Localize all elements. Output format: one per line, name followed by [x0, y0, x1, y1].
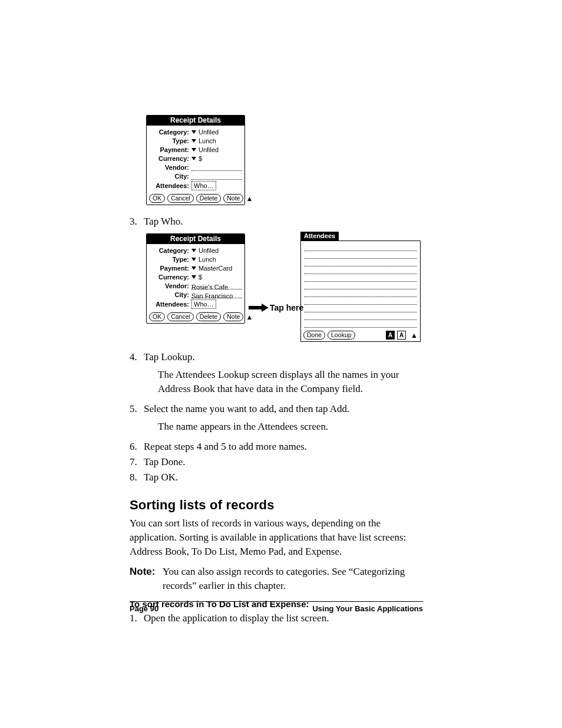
step-7: 7.Tap Done. — [130, 455, 423, 469]
category-value[interactable]: Unfiled — [199, 246, 219, 255]
delete-button[interactable]: Delete — [196, 194, 221, 203]
type-label: Type: — [149, 255, 190, 263]
step-5: 5.Select the name you want to add, and t… — [130, 402, 423, 416]
cancel-button[interactable]: Cancel — [167, 194, 194, 203]
dropdown-icon[interactable] — [191, 148, 196, 151]
category-label: Category: — [149, 246, 190, 255]
currency-label: Currency: — [149, 273, 190, 281]
scroll-up-icon[interactable]: ▲ — [246, 314, 253, 321]
city-label: City: — [149, 172, 190, 180]
category-label: Category: — [149, 128, 190, 136]
step-8: 8.Tap OK. — [130, 470, 423, 485]
ok-button[interactable]: OK — [149, 194, 165, 203]
keyboard-icon[interactable]: A — [386, 331, 395, 340]
receipt-details-dialog-2: Receipt Details Category: Unfiled Type: … — [146, 233, 245, 324]
step-3: 3. Tap Who. — [130, 215, 423, 229]
section-heading: Sorting lists of records — [130, 498, 423, 513]
city-input[interactable] — [191, 173, 242, 180]
vendor-input[interactable]: Rosie's Cafe — [191, 283, 242, 289]
who-button[interactable]: Who… — [191, 299, 216, 309]
delete-button[interactable]: Delete — [196, 312, 221, 321]
vendor-input[interactable] — [191, 164, 242, 171]
dropdown-icon[interactable] — [191, 258, 196, 261]
payment-value[interactable]: Unfiled — [199, 146, 219, 154]
ok-button[interactable]: OK — [149, 312, 165, 321]
dropdown-icon[interactable] — [191, 157, 196, 160]
section-note: Note: You can also assign records to cat… — [130, 565, 423, 593]
lookup-button[interactable]: Lookup — [328, 331, 355, 340]
dialog-title: Receipt Details — [147, 234, 244, 244]
who-button[interactable]: Who… — [191, 181, 216, 190]
cancel-button[interactable]: Cancel — [167, 312, 194, 321]
note-button[interactable]: Note — [223, 312, 243, 321]
attendees-list[interactable] — [301, 241, 420, 330]
currency-value[interactable]: $ — [199, 154, 202, 163]
dropdown-icon[interactable] — [191, 275, 196, 279]
payment-label: Payment: — [149, 146, 190, 154]
currency-label: Currency: — [149, 154, 190, 163]
step-4-sub: The Attendees Lookup screen displays all… — [158, 368, 423, 396]
type-value[interactable]: Lunch — [199, 255, 216, 263]
attendees-label: Attendees: — [149, 300, 190, 308]
section-para: You can sort lists of records in various… — [130, 516, 423, 559]
step-6: 6.Repeat steps 4 and 5 to add more names… — [130, 440, 423, 454]
attendees-label: Attendees: — [149, 182, 190, 190]
dropdown-icon[interactable] — [191, 139, 196, 143]
vendor-label: Vendor: — [149, 282, 190, 290]
done-button[interactable]: Done — [303, 331, 325, 340]
receipt-details-dialog-1: Receipt Details Category: Unfiled Type: … — [146, 115, 245, 205]
step-4: 4.Tap Lookup. — [130, 350, 423, 364]
scroll-up-icon[interactable]: ▲ — [246, 195, 253, 202]
payment-label: Payment: — [149, 264, 190, 272]
attendees-title: Attendees — [300, 232, 339, 241]
currency-value[interactable]: $ — [199, 273, 202, 281]
vendor-label: Vendor: — [149, 163, 190, 172]
arrow-right-icon — [247, 303, 269, 312]
type-value[interactable]: Lunch — [199, 137, 216, 145]
dropdown-icon[interactable] — [191, 130, 196, 134]
tap-here-callout: Tap here — [247, 303, 303, 312]
attendees-panel: Done Lookup A A ▲ — [300, 241, 421, 342]
chapter-title: Using Your Basic Applications — [312, 604, 423, 613]
keyboard-alt-icon[interactable]: A — [397, 331, 406, 340]
category-value[interactable]: Unfiled — [199, 128, 219, 136]
dropdown-icon[interactable] — [191, 249, 196, 252]
scroll-up-icon[interactable]: ▲ — [411, 332, 418, 339]
dialog-title: Receipt Details — [147, 116, 244, 126]
page-footer: Page 90 Using Your Basic Applications — [130, 601, 423, 613]
svg-marker-1 — [262, 304, 269, 312]
page-number: Page 90 — [130, 604, 158, 613]
city-label: City: — [149, 291, 190, 299]
note-button[interactable]: Note — [223, 194, 243, 203]
payment-value[interactable]: MasterCard — [199, 264, 232, 272]
city-input[interactable]: San Francisco — [191, 292, 242, 298]
step-5-sub: The name appears in the Attendees screen… — [158, 420, 423, 434]
sort-step-1: 1.Open the application to display the li… — [130, 611, 423, 625]
type-label: Type: — [149, 137, 190, 145]
dropdown-icon[interactable] — [191, 266, 196, 270]
